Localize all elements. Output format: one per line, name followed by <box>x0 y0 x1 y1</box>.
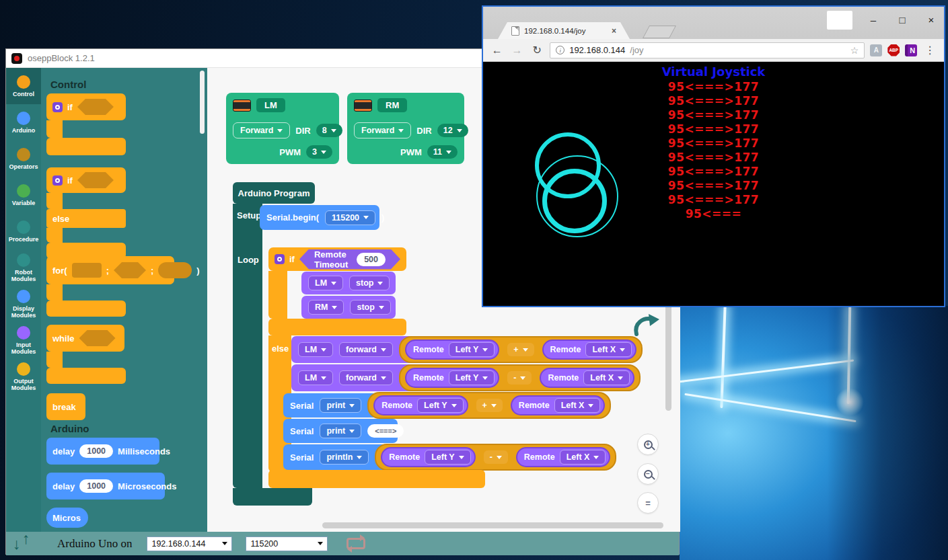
remote-value-reporter[interactable]: RemoteLeft Y <box>373 395 468 415</box>
motor-dropdown[interactable]: RM <box>308 300 344 315</box>
motor-stop-block[interactable]: RM stop <box>301 296 396 319</box>
zoom-out-button[interactable]: − <box>637 463 659 485</box>
delay-value-input[interactable]: 1000 <box>79 444 113 458</box>
motor-stop-block[interactable]: LM stop <box>301 272 396 294</box>
pwm-pin-dropdown[interactable]: 11 <box>427 145 458 159</box>
dir-pin-dropdown[interactable]: 12 <box>437 124 468 137</box>
baud-dropdown[interactable]: 115200 <box>325 210 375 225</box>
print-fn-dropdown[interactable]: print <box>320 424 361 438</box>
sidebar-item-arduino[interactable]: Arduino <box>6 104 41 141</box>
condition-slot[interactable] <box>77 99 114 115</box>
operator-dropdown[interactable]: + <box>507 343 534 356</box>
condition-slot[interactable] <box>79 330 116 346</box>
adblock-extension-icon[interactable]: ABP <box>887 44 900 56</box>
reload-button[interactable]: ↻ <box>530 44 544 56</box>
remote-value-reporter[interactable]: RemoteLeft X <box>540 368 634 388</box>
axis-dropdown[interactable]: Left X <box>554 398 601 413</box>
pwm-pin-dropdown[interactable]: 3 <box>306 145 332 159</box>
redo-arrow-icon[interactable] <box>631 311 659 338</box>
axis-dropdown[interactable]: Left Y <box>449 342 495 357</box>
action-dropdown[interactable]: stop <box>350 300 390 315</box>
gear-icon[interactable] <box>275 254 285 264</box>
serial-print-block[interactable]: Serial print RemoteLeft Y + RemoteLeft X <box>283 393 586 417</box>
palette-break-block[interactable]: break <box>46 393 85 420</box>
motor-forward-block[interactable]: LM forward RemoteLeft Y - RemoteLeft X <box>291 364 633 391</box>
delay-value-input[interactable]: 1000 <box>79 479 113 493</box>
serial-print-separator-block[interactable]: Serial print <===> <box>283 419 398 443</box>
upload-download-icon[interactable]: ↑↓ <box>13 534 41 554</box>
gear-icon[interactable] <box>52 102 63 112</box>
direction-dropdown[interactable]: Forward <box>233 122 290 138</box>
repeat-connect-icon[interactable] <box>347 538 365 549</box>
sidebar-item-input-modules[interactable]: Input Modules <box>6 322 41 358</box>
timeout-value-input[interactable]: 500 <box>357 253 386 266</box>
operator-dropdown[interactable]: - <box>484 450 508 464</box>
palette-scrollbar[interactable] <box>200 71 205 134</box>
zoom-reset-button[interactable]: = <box>637 492 659 514</box>
canvas-horizontal-scrollbar[interactable] <box>322 522 663 528</box>
condition-slot[interactable] <box>77 172 114 188</box>
axis-dropdown[interactable]: Left Y <box>449 370 495 385</box>
pdf-extension-icon[interactable]: A <box>870 44 882 56</box>
sidebar-item-control[interactable]: Control <box>6 68 41 104</box>
sidebar-item-operators[interactable]: Operators <box>6 141 41 177</box>
remote-value-reporter[interactable]: RemoteLeft Y <box>405 368 499 388</box>
action-dropdown[interactable]: forward <box>339 370 393 385</box>
action-dropdown[interactable]: stop <box>349 276 390 290</box>
math-expression[interactable]: RemoteLeft Y + RemoteLeft X <box>367 392 611 419</box>
tab-close-icon[interactable]: × <box>612 26 616 36</box>
site-info-icon[interactable]: i <box>556 46 564 54</box>
onenote-extension-icon[interactable]: N <box>905 44 917 56</box>
zoom-in-button[interactable]: + <box>637 434 659 455</box>
operator-dropdown[interactable]: + <box>476 399 503 412</box>
remote-value-reporter[interactable]: RemoteLeft Y <box>405 339 499 360</box>
new-tab-button[interactable] <box>643 26 676 38</box>
palette-for-block[interactable]: for( ; ; ) <box>46 256 174 284</box>
axis-dropdown[interactable]: Left X <box>585 342 632 357</box>
palette-micros-block[interactable]: Micros <box>46 508 88 528</box>
forward-button[interactable]: → <box>510 44 525 56</box>
browser-menu-icon[interactable]: ⋮ <box>922 44 937 56</box>
axis-dropdown[interactable]: Left X <box>560 450 606 465</box>
sidebar-item-robot-modules[interactable]: Robot Modules <box>6 249 41 286</box>
axis-dropdown[interactable]: Left Y <box>417 398 464 413</box>
palette-if-block[interactable]: if <box>46 93 126 120</box>
remote-value-reporter[interactable]: RemoteLeft X <box>511 395 606 415</box>
program-header[interactable]: Arduino Program <box>233 182 315 204</box>
serial-begin-block[interactable]: Serial.begin( 115200 ) <box>260 205 379 230</box>
init-slot[interactable] <box>72 263 102 278</box>
sidebar-item-variable[interactable]: Variable <box>6 177 41 213</box>
sidebar-item-procedure[interactable]: Procedure <box>6 213 41 249</box>
math-expression[interactable]: RemoteLeft Y - RemoteLeft X <box>399 364 641 391</box>
minimize-button[interactable]: – <box>863 11 883 28</box>
gear-icon[interactable] <box>52 175 63 186</box>
remote-value-reporter[interactable]: RemoteLeft X <box>516 447 611 467</box>
if-block-header[interactable]: if Remote Timeout 500 <box>268 247 406 271</box>
math-expression[interactable]: RemoteLeft Y - RemoteLeft X <box>375 444 616 471</box>
palette-delay-ms-block[interactable]: delay 1000 Milliseconds <box>46 438 159 465</box>
serial-println-block[interactable]: Serial println RemoteLeft Y - RemoteLeft… <box>283 444 591 470</box>
sidebar-item-output-modules[interactable]: Output Modules <box>6 358 41 395</box>
remote-timeout-condition[interactable]: Remote Timeout 500 <box>299 249 400 270</box>
axis-dropdown[interactable]: Left Y <box>425 450 471 465</box>
port-select[interactable]: 192.168.0.144 <box>147 536 232 551</box>
math-expression[interactable]: RemoteLeft Y + RemoteLeft X <box>399 336 643 363</box>
step-slot[interactable] <box>158 262 192 278</box>
operator-dropdown[interactable]: - <box>507 371 532 385</box>
address-bar[interactable]: i 192.168.0.144 /joy ☆ <box>550 42 865 58</box>
joystick-page[interactable]: Virtual Joystick 95<===>177 95<===>177 9… <box>483 62 944 306</box>
remote-value-reporter[interactable]: RemoteLeft Y <box>381 447 475 467</box>
browser-tab[interactable]: 192.168.0.144/joy × <box>498 22 630 39</box>
axis-dropdown[interactable]: Left X <box>583 370 630 385</box>
print-fn-dropdown[interactable]: println <box>320 450 369 465</box>
palette-while-block[interactable]: while <box>46 325 124 352</box>
joystick-knob-ring[interactable] <box>542 169 607 233</box>
motor-dropdown[interactable]: LM <box>298 342 333 357</box>
sidebar-item-display-modules[interactable]: Display Modules <box>6 286 41 322</box>
close-button[interactable]: × <box>921 11 941 28</box>
motor-dropdown[interactable]: LM <box>308 276 343 290</box>
palette-ifelse-block[interactable]: if <box>46 167 126 193</box>
direction-dropdown[interactable]: Forward <box>354 122 411 138</box>
separator-text-input[interactable]: <===> <box>367 424 404 438</box>
motor-forward-block[interactable]: LM forward RemoteLeft Y + RemoteLeft X <box>291 336 633 363</box>
